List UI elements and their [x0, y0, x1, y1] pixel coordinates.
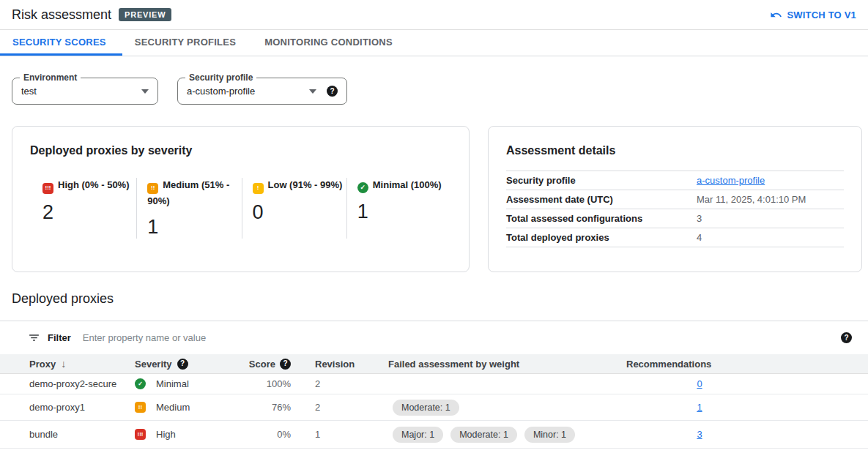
- filter-input[interactable]: [81, 332, 841, 344]
- stat-low-label: Low (91% - 99%): [268, 179, 343, 190]
- summary-cards: Deployed proxies by severity !!!High (0%…: [12, 126, 862, 272]
- detail-label: Total deployed proxies: [506, 232, 697, 243]
- assessment-details-card: Assessment details Security profile a-cu…: [488, 126, 862, 272]
- environment-select[interactable]: Environment test: [12, 78, 158, 105]
- security-profile-link[interactable]: a-custom-profile: [697, 175, 765, 186]
- detail-value: 3: [697, 213, 702, 224]
- page-header: Risk assessment PREVIEW SWITCH TO V1: [0, 0, 868, 30]
- assessment-details-title: Assessment details: [506, 144, 844, 157]
- switch-to-v1-label: SWITCH TO V1: [787, 10, 856, 20]
- risk-assessment-page: Risk assessment PREVIEW SWITCH TO V1 SEC…: [0, 0, 868, 449]
- failed-assessment-cell: Major: 1 Moderate: 1 Minor: 1: [388, 427, 626, 443]
- column-header-score: Score ?: [231, 359, 291, 370]
- tab-bar: SECURITY SCORES SECURITY PROFILES MONITO…: [0, 30, 868, 56]
- proxy-name: demo-proxy2-secure: [0, 378, 135, 389]
- low-severity-icon: !: [253, 183, 264, 194]
- severity-stats: !!!High (0% - 50%) 2 !!Medium (51% - 90%…: [30, 178, 451, 239]
- medium-severity-icon: !!: [135, 402, 146, 413]
- column-header-revision: Revision: [291, 359, 388, 370]
- stat-minimal-value: 1: [357, 201, 451, 223]
- chevron-down-icon: [141, 89, 149, 94]
- column-header-proxy[interactable]: Proxy ↓: [0, 358, 135, 370]
- deployed-proxies-title: Deployed proxies: [12, 291, 856, 307]
- security-profile-select-label: Security profile: [185, 72, 256, 83]
- filter-icon: [28, 332, 40, 344]
- minimal-severity-icon: ✓: [135, 378, 146, 389]
- proxy-name: demo-proxy1: [0, 402, 135, 413]
- table-header-row: Proxy ↓ Severity ? Score ? Revision Fail…: [0, 354, 868, 374]
- table-row: bundle !!! High 0% 1 Major: 1 Moderate: …: [0, 421, 868, 449]
- medium-severity-icon: !!: [147, 183, 158, 194]
- minimal-severity-icon: ✓: [357, 182, 368, 193]
- detail-row-assessment-date: Assessment date (UTC) Mar 11, 2025, 4:01…: [506, 190, 844, 209]
- detail-value: 4: [697, 232, 702, 243]
- page-title: Risk assessment: [12, 7, 111, 23]
- chevron-down-icon: [309, 89, 316, 94]
- undo-icon: [770, 9, 782, 21]
- detail-row-total-proxies: Total deployed proxies 4: [506, 228, 844, 247]
- security-profile-select-value: a-custom-profile: [187, 86, 303, 97]
- column-header-recommendations: Recommendations: [626, 359, 773, 370]
- detail-label: Total assessed configurations: [506, 213, 697, 224]
- assessment-details-rows: Security profile a-custom-profile Assess…: [506, 171, 844, 247]
- recommendations-link[interactable]: 0: [697, 378, 702, 389]
- security-profile-select[interactable]: Security profile a-custom-profile ?: [177, 78, 347, 105]
- table-row: demo-proxy2-secure ✓ Minimal 100% 2 0: [0, 374, 868, 394]
- deployed-proxies-by-severity-card: Deployed proxies by severity !!!High (0%…: [12, 126, 470, 272]
- table-row: demo-proxy1 !! Medium 76% 2 Moderate: 1 …: [0, 394, 868, 421]
- weight-chip: Moderate: 1: [393, 400, 459, 416]
- weight-chip: Major: 1: [393, 427, 443, 443]
- preview-badge: PREVIEW: [119, 8, 171, 21]
- score-value: 100%: [231, 378, 291, 389]
- tab-security-scores[interactable]: SECURITY SCORES: [0, 30, 122, 56]
- stat-low: !Low (91% - 99%) 0: [242, 178, 346, 239]
- sort-descending-icon[interactable]: ↓: [61, 358, 66, 370]
- stat-medium-label: Medium (51% - 90%): [147, 179, 229, 206]
- severity-card-title: Deployed proxies by severity: [30, 144, 451, 157]
- high-severity-icon: !!!: [135, 429, 146, 440]
- stat-low-value: 0: [253, 201, 346, 224]
- filter-label: Filter: [48, 332, 71, 343]
- filter-controls: Environment test Security profile a-cust…: [12, 78, 856, 105]
- stat-medium: !!Medium (51% - 90%) 1: [136, 178, 241, 239]
- environment-select-value: test: [21, 86, 136, 97]
- score-value: 0%: [231, 429, 291, 440]
- stat-high: !!!High (0% - 50%) 2: [30, 178, 136, 239]
- severity-label: High: [156, 429, 176, 440]
- stat-high-label: High (0% - 50%): [58, 179, 130, 190]
- revision-value: 2: [291, 378, 388, 389]
- detail-row-total-configurations: Total assessed configurations 3: [506, 209, 844, 228]
- column-header-severity: Severity ?: [135, 359, 231, 370]
- score-value: 76%: [231, 402, 291, 413]
- weight-chip: Minor: 1: [524, 427, 575, 443]
- detail-value: Mar 11, 2025, 4:01:10 PM: [697, 194, 806, 205]
- stat-minimal: ✓Minimal (100%) 1: [346, 178, 451, 239]
- detail-label: Security profile: [506, 175, 697, 186]
- switch-to-v1-link[interactable]: SWITCH TO V1: [770, 9, 856, 21]
- severity-label: Medium: [156, 402, 190, 413]
- recommendations-link[interactable]: 3: [697, 429, 702, 440]
- tab-monitoring-conditions[interactable]: MONITORING CONDITIONS: [252, 30, 409, 56]
- weight-chip: Moderate: 1: [450, 427, 517, 443]
- proxy-name: bundle: [0, 429, 135, 440]
- table-filter-toolbar: Filter ?: [0, 321, 868, 354]
- deployed-proxies-table: Proxy ↓ Severity ? Score ? Revision Fail…: [0, 354, 868, 449]
- severity-label: Minimal: [156, 378, 189, 389]
- failed-assessment-cell: Moderate: 1: [388, 400, 626, 416]
- high-severity-icon: !!!: [42, 183, 53, 194]
- help-icon[interactable]: ?: [280, 359, 291, 370]
- help-icon[interactable]: ?: [177, 359, 188, 370]
- detail-row-security-profile: Security profile a-custom-profile: [506, 171, 844, 190]
- stat-high-value: 2: [42, 201, 136, 224]
- revision-value: 1: [291, 429, 388, 440]
- help-icon[interactable]: ?: [327, 86, 338, 97]
- environment-select-label: Environment: [20, 72, 81, 83]
- revision-value: 2: [291, 402, 388, 413]
- tab-security-profiles[interactable]: SECURITY PROFILES: [122, 30, 252, 56]
- recommendations-link[interactable]: 1: [697, 402, 702, 413]
- stat-medium-value: 1: [147, 216, 241, 239]
- column-header-failed-assessment: Failed assessment by weight: [388, 359, 626, 370]
- stat-minimal-label: Minimal (100%): [373, 179, 442, 190]
- help-icon[interactable]: ?: [841, 332, 852, 343]
- detail-label: Assessment date (UTC): [506, 194, 697, 205]
